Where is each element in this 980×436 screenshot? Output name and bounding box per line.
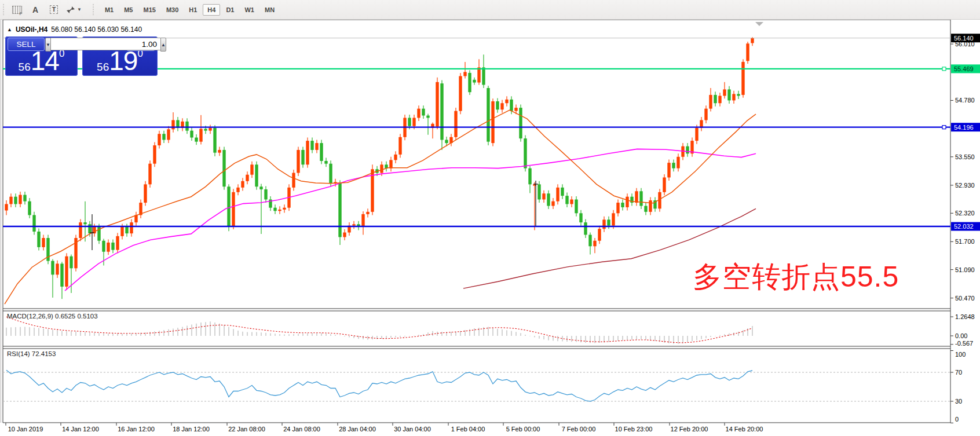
tab-timeframe-h1[interactable]: H1 [184,4,202,16]
text-label-icon[interactable]: A [28,2,43,17]
candle-body [162,134,165,140]
candle-body [537,184,540,199]
candle-body [42,238,45,247]
candle-body [241,181,244,188]
toolbar-grip[interactable] [2,4,5,16]
candle-body [426,116,429,118]
candle-body [264,189,267,199]
toolbar-grip-2[interactable] [92,4,95,16]
time-axis-label[interactable]: 18 Jan 12:00 [173,426,210,433]
candle-body [60,263,63,287]
candle-body [704,109,707,120]
diagonal-arrows-icon [65,5,76,14]
macd-axis-label: 0.00 [955,332,967,339]
candle-body [70,257,72,269]
candle-body [732,94,735,100]
candle-body [459,76,462,111]
candle-body [259,186,262,189]
candle-body [227,186,230,226]
tab-timeframe-mn[interactable]: MN [260,4,279,16]
annotation-text[interactable]: 多空转折点55.5 [693,261,899,293]
price-axis-label: 50.470 [955,295,975,302]
candle-body [283,208,286,210]
volume-decrease-button[interactable]: ▼ [45,38,51,52]
time-axis-label[interactable]: 30 Jan 04:00 [394,426,431,433]
candle-body [649,200,652,212]
candle-body [88,224,91,233]
grid-f-icon: F [12,6,22,14]
volume-increase-button[interactable]: ▲ [160,38,166,52]
symbol-ohlc: 56.080 56.140 56.030 56.140 [51,25,142,34]
candle-body [250,164,253,174]
text-box-icon[interactable]: T [46,2,61,17]
tab-timeframe-w1[interactable]: W1 [240,4,259,16]
tab-timeframe-m1[interactable]: M1 [100,4,118,16]
volume-input[interactable] [51,38,160,50]
candle-body [232,192,235,226]
candle-body [412,118,415,126]
candle-body [148,164,151,185]
candle-body [111,243,114,250]
candle-body [422,109,425,116]
symbol-name: USOil-,H4 [16,25,47,34]
tab-timeframe-m30[interactable]: M30 [162,4,183,16]
candle-body [473,80,476,83]
candle-body [301,150,304,164]
candle-body [741,62,744,95]
indicator-list-icon[interactable]: F [9,2,24,17]
one-click-trading-panel: 56140 56190 SELL BUY ▼ ▲ [5,36,158,76]
time-axis-label[interactable]: 24 Jan 08:00 [283,426,320,433]
time-axis-label[interactable]: 7 Feb 00:00 [562,426,596,433]
tab-timeframe-m15[interactable]: M15 [138,4,160,16]
candle-body [361,214,364,227]
sell-button[interactable]: SELL [8,38,45,51]
candle-body [514,108,517,111]
time-axis-label[interactable]: 5 Feb 00:00 [506,426,540,433]
candle-body [28,201,31,215]
candle-body [491,101,494,143]
rsi-label: RSI(14) 72.4153 [7,350,56,357]
time-axis-label[interactable]: 1 Feb 04:00 [451,426,485,433]
candle-body [338,183,341,237]
candle-body [79,222,82,238]
tab-timeframe-h4[interactable]: H4 [203,4,220,16]
candle-body [417,109,420,118]
rsi-axis-label: 70 [955,369,962,376]
candle-body [292,173,295,188]
candle-body [144,184,147,203]
chart-shift-marker[interactable] [755,22,763,26]
candle-body [65,257,68,287]
candle-body [116,236,119,250]
candle-body [463,72,466,76]
time-axis-label[interactable]: 10 Feb 23:00 [615,426,653,433]
candle-body [14,197,17,204]
time-axis-label[interactable]: 28 Jan 04:00 [339,426,376,433]
one-click-toggle[interactable]: ▲ [7,27,12,32]
time-axis-label[interactable]: 10 Jan 2019 [8,426,43,433]
time-axis-label[interactable]: 22 Jan 08:00 [228,426,265,433]
candle-body [570,199,573,204]
time-axis-label[interactable]: 16 Jan 12:00 [118,426,155,433]
candle-body [107,243,109,252]
symbol-header: ▲ USOil-,H4 56.080 56.140 56.030 56.140 [7,25,142,34]
time-axis-label[interactable]: 12 Feb 20:00 [671,426,708,433]
time-axis-label[interactable]: 14 Jan 12:00 [62,426,99,433]
tab-timeframe-m5[interactable]: M5 [119,4,137,16]
candle-body [130,222,133,233]
candle-body [519,108,522,138]
candle-body [677,157,679,168]
candle-body [324,161,327,164]
level-line-handle[interactable] [942,126,946,129]
macd-signal-line [6,317,752,343]
candle-body [158,134,160,145]
candle-body [667,163,670,177]
candle-body [635,191,638,203]
time-axis-label[interactable]: 14 Feb 20:00 [726,426,763,433]
tab-timeframe-d1[interactable]: D1 [221,4,239,16]
candle-body [561,188,564,196]
candle-body [329,164,332,184]
candle-body [278,210,281,211]
level-line-handle[interactable] [942,67,946,71]
drawing-tools-icon[interactable]: ▼ [65,2,82,17]
macd-axis-label: 1.2648 [955,313,975,320]
